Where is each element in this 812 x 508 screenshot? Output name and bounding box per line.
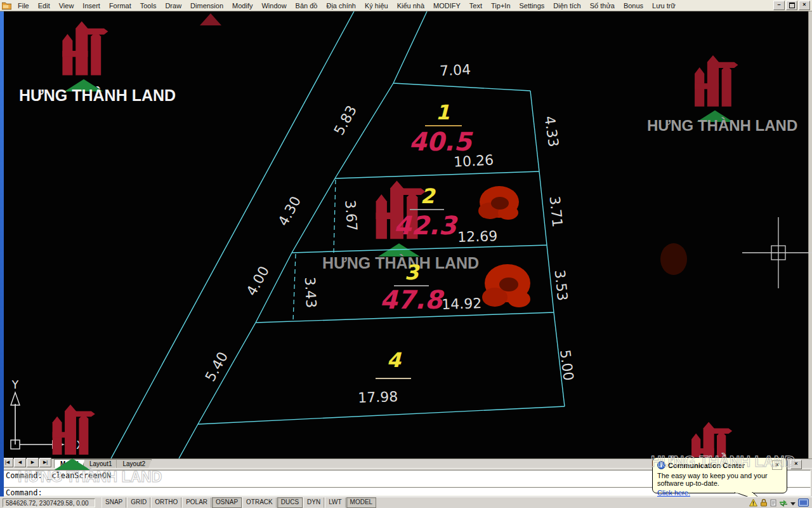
menu-draw[interactable]: Draw	[160, 1, 186, 10]
menu-dimension[interactable]: Dimension	[186, 1, 228, 10]
clean-screen-icon[interactable]	[798, 498, 809, 507]
svg-text:3.71: 3.71	[546, 196, 565, 228]
status-bar: 584626.72, 2307429.58, 0.00 SNAP GRID OR…	[0, 497, 812, 508]
svg-text:5.83: 5.83	[331, 103, 360, 138]
menu-ky-hieu[interactable]: Ký hiệu	[360, 1, 393, 10]
toggle-otrack[interactable]: OTRACK	[242, 497, 277, 508]
menu-luu-tru[interactable]: Lưu trữ	[648, 1, 680, 10]
coordinate-readout: 584626.72, 2307429.58, 0.00	[3, 498, 95, 507]
svg-text:4.30: 4.30	[275, 194, 304, 229]
next-tab-button[interactable]: ▶	[27, 458, 39, 467]
svg-text:7.04: 7.04	[439, 62, 471, 79]
svg-text:5.40: 5.40	[202, 349, 232, 384]
last-tab-button[interactable]: ▶|	[39, 458, 51, 467]
menu-tip-in[interactable]: Tip+In	[487, 1, 514, 10]
minimize-button[interactable]: –	[773, 1, 785, 10]
model-space-viewport[interactable]: HƯNG THÀNH LAND HƯNG THÀNH LAND HƯNG THÀ…	[0, 11, 812, 458]
ht-logo-center	[363, 174, 435, 257]
application-window: File Edit View Insert Format Tools Draw …	[0, 0, 812, 508]
svg-text:3.43: 3.43	[302, 276, 320, 308]
balloon-link[interactable]: Click here.	[657, 489, 690, 497]
cadastral-drawing: 7.04 4.33 10.26 3.67 3.71 12.69 3.43 3.5…	[0, 11, 812, 458]
update-arrows-icon[interactable]	[779, 499, 788, 507]
svg-text:17.98: 17.98	[358, 389, 398, 406]
svg-text:10.26: 10.26	[454, 152, 494, 170]
svg-text:4.00: 4.00	[244, 264, 273, 298]
menu-text[interactable]: Text	[465, 1, 487, 10]
tab-layout1[interactable]: Layout1	[83, 459, 119, 468]
tray-dropdown-icon[interactable]	[790, 502, 796, 505]
menu-file[interactable]: File	[13, 1, 34, 10]
ht-logo-top-left	[52, 15, 115, 91]
menu-dien-tich[interactable]: Diện tích	[549, 1, 585, 10]
toggle-snap[interactable]: SNAP	[102, 497, 126, 508]
toggle-polar[interactable]: POLAR	[182, 497, 211, 508]
dimension-labels: 7.04 4.33 10.26 3.67 3.71 12.69 3.43 3.5…	[202, 62, 577, 406]
menu-edit[interactable]: Edit	[34, 1, 55, 10]
svg-text:14.92: 14.92	[442, 295, 482, 312]
red-stamp-faint	[660, 243, 687, 275]
menu-view[interactable]: View	[55, 1, 79, 10]
parcel-3-area: 47.8	[380, 285, 445, 314]
menu-bonus[interactable]: Bonus	[619, 1, 648, 10]
close-button[interactable]: ×	[799, 1, 810, 10]
parcel-1-area: 40.5	[409, 127, 474, 156]
parcel-2-area: 42.3	[394, 211, 459, 240]
restore-button[interactable]	[786, 1, 797, 10]
setback-dashed-lines	[293, 180, 336, 321]
parcel-boundaries	[111, 11, 565, 458]
left-dock-strip	[0, 11, 4, 497]
restore-icon	[789, 3, 795, 8]
toggle-ortho[interactable]: ORTHO	[151, 497, 181, 508]
ht-logo-top-right	[684, 50, 746, 122]
svg-text:5.00: 5.00	[557, 349, 577, 382]
svg-text:12.69: 12.69	[457, 228, 498, 245]
svg-text:Y: Y	[11, 378, 19, 391]
status-toggles: SNAP GRID ORTHO POLAR OSNAP OTRACK DUCS …	[102, 497, 376, 508]
lock-icon[interactable]	[760, 498, 768, 507]
menu-dia-chinh[interactable]: Địa chính	[322, 1, 360, 10]
menu-modify[interactable]: Modify	[228, 1, 257, 10]
tab-layout2[interactable]: Layout2	[116, 459, 152, 468]
balloon-body: The easy way to keep you and your softwa…	[657, 472, 782, 487]
svg-text:3.53: 3.53	[551, 269, 570, 302]
parcel-labels: 1 40.5 2 42.3 3 47.8 4	[376, 100, 474, 378]
toggle-model[interactable]: MODEL	[346, 497, 377, 508]
prev-tab-button[interactable]: ◀	[14, 458, 26, 467]
brand-text-top-left: HƯNG THÀNH LAND	[19, 86, 176, 105]
menu-format[interactable]: Format	[105, 1, 136, 10]
svg-text:3.67: 3.67	[342, 199, 360, 232]
tab-model[interactable]: Model	[54, 459, 85, 468]
red-stamp-parcel-3	[482, 264, 530, 307]
parcel-4-id: 4	[387, 348, 402, 372]
validation-warning-icon[interactable]	[749, 498, 757, 507]
red-stamp-parcel-2	[478, 186, 519, 220]
menu-insert[interactable]: Insert	[78, 1, 105, 10]
toggle-ducs[interactable]: DUCS	[277, 497, 303, 508]
menu-window[interactable]: Window	[257, 1, 291, 10]
svg-text:X: X	[76, 439, 84, 451]
toggle-osnap[interactable]: OSNAP	[212, 497, 242, 508]
menu-bar: File Edit View Insert Format Tools Draw …	[0, 0, 812, 11]
app-icon[interactable]	[2, 1, 11, 10]
svg-text:4.33: 4.33	[542, 115, 562, 148]
toggle-dyn[interactable]: DYN	[303, 497, 324, 508]
menu-modify2[interactable]: MODIFY	[429, 1, 465, 10]
watermark-fragment	[200, 13, 221, 25]
brand-text-bottom-right: HƯNG THÀNH LAND	[651, 453, 795, 471]
menu-settings[interactable]: Settings	[515, 1, 549, 10]
parcel-3-id: 3	[405, 260, 421, 284]
parcel-1-id: 1	[436, 100, 450, 124]
toggle-lwt[interactable]: LWT	[325, 497, 345, 508]
menu-ban-do[interactable]: Bản đồ	[291, 1, 322, 10]
menu-so-thua[interactable]: Số thửa	[586, 1, 619, 10]
toggle-grid[interactable]: GRID	[127, 497, 150, 508]
brand-text-center: HƯNG THÀNH LAND	[322, 254, 479, 272]
menu-tools[interactable]: Tools	[136, 1, 161, 10]
drawing-standards-icon[interactable]	[770, 499, 776, 507]
status-tray	[749, 498, 809, 507]
tab-navigation: |◀ ◀ ▶ ▶|	[1, 458, 51, 467]
brand-text-bottom-left: HƯNG THÀNH LAND	[18, 469, 162, 486]
menu-kieu-nha[interactable]: Kiểu nhà	[393, 1, 429, 10]
right-scrollbar-strip[interactable]	[808, 11, 812, 458]
